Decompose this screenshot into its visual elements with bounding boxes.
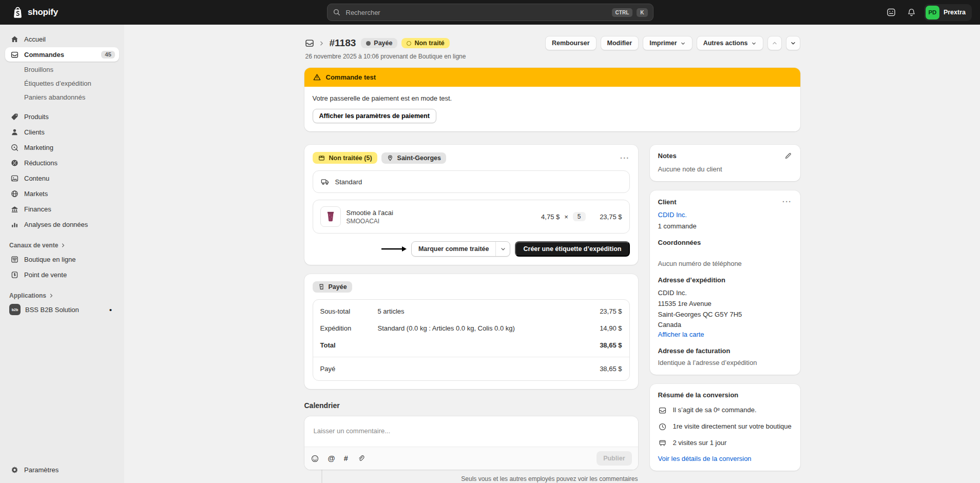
print-button[interactable]: Imprimer bbox=[643, 36, 693, 50]
user-menu[interactable]: PD Prextra bbox=[924, 4, 972, 21]
sidebar-item-parametres[interactable]: Paramètres bbox=[5, 462, 119, 477]
timeline-section: Calendrier bbox=[304, 401, 638, 483]
sidebar: Accueil Commandes 45 Brouillons Étiquett… bbox=[0, 25, 124, 483]
sidebar-item-finances[interactable]: Finances bbox=[5, 202, 119, 216]
location-pin-icon bbox=[387, 154, 394, 162]
show-map-link[interactable]: Afficher la carte bbox=[658, 331, 704, 338]
payment-status-badge: Payée bbox=[361, 38, 397, 48]
client-card-menu-button[interactable]: ··· bbox=[782, 198, 792, 206]
next-order-button[interactable] bbox=[786, 36, 800, 50]
previous-order-button[interactable] bbox=[767, 36, 782, 50]
attachment-icon[interactable] bbox=[357, 454, 365, 462]
orders-breadcrumb-icon[interactable] bbox=[304, 38, 315, 48]
sidebar-item-analyses[interactable]: Analyses de données bbox=[5, 217, 119, 231]
edit-notes-pencil-icon[interactable] bbox=[784, 152, 792, 160]
total-row: Total 38,65 $ bbox=[313, 337, 629, 354]
topbar: shopify CTRL K PD Pre bbox=[0, 0, 980, 25]
mark-fulfilled-split-button[interactable]: Marquer comme traitée bbox=[411, 241, 511, 257]
page-title: #1183 bbox=[330, 37, 356, 49]
more-actions-button[interactable]: Autres actions bbox=[697, 36, 763, 50]
location-badge: Saint-Georges bbox=[381, 152, 446, 164]
shopify-bag-icon bbox=[11, 6, 24, 19]
clock-icon bbox=[658, 422, 667, 432]
edit-button[interactable]: Modifier bbox=[601, 36, 639, 50]
product-thumbnail bbox=[320, 206, 341, 227]
fulfillment-card-menu-button[interactable]: ··· bbox=[620, 154, 630, 162]
mark-fulfilled-caret-button[interactable] bbox=[495, 242, 510, 256]
k-key-badge: K bbox=[637, 8, 647, 17]
sidebar-item-clients[interactable]: Clients bbox=[5, 125, 119, 139]
sidebar-item-etiquettes[interactable]: Étiquettes d’expédition bbox=[5, 76, 119, 90]
contact-heading: Coordonnées bbox=[658, 239, 792, 246]
delivery-method-box: Standard bbox=[313, 170, 630, 193]
product-name[interactable]: Smootie à l'acai bbox=[347, 209, 393, 217]
notes-title: Notes bbox=[658, 152, 677, 160]
analytics-bars-icon bbox=[9, 220, 20, 229]
paid-badge: Payée bbox=[313, 281, 352, 293]
client-title: Client bbox=[658, 198, 677, 206]
timeline-title: Calendrier bbox=[304, 401, 638, 410]
app-notification-dot: • bbox=[109, 306, 112, 314]
user-name: Prextra bbox=[944, 9, 966, 16]
line-total: 23,75 $ bbox=[590, 213, 622, 221]
sidebar-item-accueil[interactable]: Accueil bbox=[5, 32, 119, 46]
payment-settings-button[interactable]: Afficher les paramètres de paiement bbox=[313, 109, 436, 123]
sidebar-item-boutique-en-ligne[interactable]: Boutique en ligne bbox=[5, 252, 119, 266]
main-area: #1183 Payée Non traité Rembourser Modifi… bbox=[124, 25, 980, 483]
delivery-method-label: Standard bbox=[335, 178, 362, 186]
banner-title: Commande test bbox=[326, 73, 376, 81]
shipping-address-heading: Adresse d’expédition bbox=[658, 276, 792, 284]
chevron-down-icon bbox=[790, 40, 796, 46]
orders-icon bbox=[9, 50, 20, 59]
sidebar-item-reductions[interactable]: Réductions bbox=[5, 156, 119, 170]
avatar: PD bbox=[926, 6, 939, 20]
chevron-down-icon bbox=[680, 41, 686, 46]
warning-icon bbox=[313, 73, 321, 82]
ctrl-key-badge: CTRL bbox=[612, 8, 633, 17]
shopify-logo[interactable]: shopify bbox=[11, 6, 58, 19]
notes-card: Notes Aucune note du client bbox=[650, 145, 800, 181]
comment-input[interactable] bbox=[313, 427, 630, 435]
payment-summary-box: Sous-total 5 articles 23,75 $ Expédition… bbox=[313, 299, 630, 381]
shipping-row: Expédition Standard (0.0 kg : Articles 0… bbox=[313, 320, 629, 337]
sidebar-item-bss-b2b[interactable]: b2b BSS B2B Solution • bbox=[5, 302, 119, 317]
sidebar-item-marketing[interactable]: Marketing bbox=[5, 140, 119, 154]
timeline-visibility-note: Seuls vous et les autres employés pouvez… bbox=[304, 475, 638, 482]
subtotal-row: Sous-total 5 articles 23,75 $ bbox=[313, 303, 629, 320]
refund-button[interactable]: Rembourser bbox=[545, 36, 597, 50]
sidebar-item-contenu[interactable]: Contenu bbox=[5, 171, 119, 185]
sidebar-item-point-de-vente[interactable]: Point de vente bbox=[5, 267, 119, 282]
marketing-target-icon bbox=[9, 143, 20, 152]
conversion-card: Résumé de la conversion Il s’agit de sa … bbox=[650, 384, 800, 471]
search-input[interactable] bbox=[345, 8, 608, 17]
store-preview-icon[interactable] bbox=[883, 4, 899, 21]
section-canaux-de-vente[interactable]: Canaux de vente bbox=[5, 239, 119, 252]
notes-empty-text: Aucune note du client bbox=[658, 165, 792, 173]
mention-icon[interactable]: @ bbox=[328, 454, 335, 462]
emoji-icon[interactable] bbox=[311, 454, 319, 463]
sidebar-item-produits[interactable]: Produits bbox=[5, 109, 119, 124]
conversion-details-link[interactable]: Voir les détails de la conversion bbox=[658, 455, 752, 462]
section-applications[interactable]: Applications bbox=[5, 289, 119, 302]
banner-body-text: Votre passerelle de paiement est en mode… bbox=[313, 94, 792, 102]
search-icon bbox=[333, 8, 341, 16]
breadcrumb-chevron-icon bbox=[319, 41, 324, 46]
publish-button[interactable]: Publier bbox=[597, 451, 631, 466]
create-shipping-label-button[interactable]: Créer une étiquette d’expédition bbox=[515, 241, 629, 257]
fulfillment-card: Non traitée (5) Saint-Georges ··· bbox=[304, 145, 638, 265]
payment-card: Payée Sous-total 5 articles 23,75 $ Expé… bbox=[304, 274, 638, 389]
mark-fulfilled-button[interactable]: Marquer comme traitée bbox=[412, 242, 496, 256]
online-store-icon bbox=[9, 255, 20, 264]
client-name-link[interactable]: CDID Inc. bbox=[658, 211, 687, 219]
sidebar-item-paniers[interactable]: Paniers abandonnés bbox=[5, 90, 119, 104]
sidebar-item-markets[interactable]: Markets bbox=[5, 186, 119, 201]
kiosk-icon bbox=[658, 438, 667, 448]
unfulfilled-badge: Non traitée (5) bbox=[313, 152, 377, 164]
sidebar-item-brouillons[interactable]: Brouillons bbox=[5, 63, 119, 76]
global-search[interactable]: CTRL K bbox=[327, 4, 654, 21]
hashtag-icon[interactable]: # bbox=[344, 454, 348, 462]
chevron-down-icon bbox=[500, 246, 506, 252]
notifications-bell-icon[interactable] bbox=[904, 4, 920, 21]
sidebar-item-commandes[interactable]: Commandes 45 bbox=[5, 47, 119, 62]
truck-icon bbox=[320, 177, 330, 186]
